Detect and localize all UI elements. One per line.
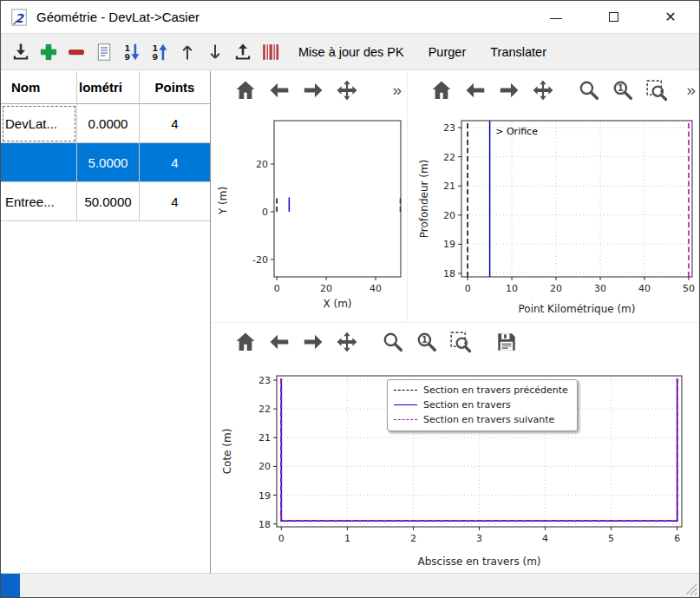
home-icon <box>430 79 453 102</box>
plan-home-button[interactable] <box>231 76 260 105</box>
profile-back-button[interactable] <box>461 76 490 105</box>
action-mise-a-jour-pk[interactable]: Mise à jour des PK <box>289 40 414 64</box>
top-charts: » 02040-20020 Y (m) X (m) 1» 01020304050… <box>212 71 699 322</box>
toolbar-remove-button[interactable] <box>63 39 89 65</box>
pan-icon <box>336 79 358 102</box>
profile-zoom-rect-button[interactable] <box>642 76 671 105</box>
maximize-icon <box>609 12 618 22</box>
table-cell-points[interactable]: 4 <box>140 143 210 182</box>
svg-text:9: 9 <box>125 52 131 62</box>
maximize-button[interactable] <box>585 1 642 33</box>
profile-chart-wrap: 01020304050181920212223> Orifice Profond… <box>408 109 700 322</box>
y-tick-label: 20 <box>256 159 268 170</box>
plot-annotation: > Orifice <box>495 126 538 137</box>
sort-asc-icon: 19 <box>149 42 170 62</box>
y-tick-label: 21 <box>258 432 271 444</box>
main-toolbar: 1919Mise à jour des PKPurgerTranslater <box>1 33 699 70</box>
remove-icon <box>66 42 87 62</box>
profile-ylabel: Profondeur (m) <box>418 160 430 239</box>
plot-frame <box>461 121 692 277</box>
profile-forward-button[interactable] <box>494 76 524 105</box>
profile-plot-canvas[interactable]: 01020304050181920212223> Orifice <box>408 109 700 322</box>
table-cell-pk[interactable]: 50.0000 <box>77 182 140 221</box>
sort-desc-icon: 19 <box>121 42 142 62</box>
app-icon: 2 <box>10 8 29 27</box>
section-save-button[interactable] <box>492 327 521 357</box>
plan-forward-button[interactable] <box>298 76 328 105</box>
forward-icon <box>498 79 520 102</box>
y-tick-label: 0 <box>262 207 268 218</box>
table-cell-points[interactable]: 4 <box>140 182 210 221</box>
plan-toolbar-overflow-button[interactable]: » <box>392 81 402 100</box>
svg-text:2: 2 <box>15 10 24 24</box>
section-zoom-button[interactable] <box>378 327 408 357</box>
x-tick-label: 40 <box>370 283 382 294</box>
profile-toolbar-overflow-button[interactable]: » <box>686 81 696 100</box>
y-tick-label: 20 <box>443 210 455 221</box>
plan-plot-group: 02040-20020 <box>252 121 401 294</box>
x-tick-label: 1 <box>344 533 350 544</box>
column-header-pk[interactable]: lométri <box>77 71 140 104</box>
legend-entry: Section en travers précédente <box>394 384 568 396</box>
plan-plot-canvas[interactable]: 02040-20020 <box>212 109 407 322</box>
toolbar-sort-asc-button[interactable]: 19 <box>147 39 173 65</box>
window-controls: — ✕ <box>527 1 699 33</box>
x-tick-label: 3 <box>476 533 482 544</box>
profile-zoom-button[interactable] <box>574 76 604 105</box>
y-tick-label: 18 <box>443 268 455 279</box>
section-home-button[interactable] <box>231 327 260 357</box>
plan-xlabel: X (m) <box>274 298 401 310</box>
legend-line-sample <box>394 390 417 391</box>
svg-text:1: 1 <box>422 335 428 345</box>
profile-zoom-1-button[interactable]: 1 <box>608 76 638 105</box>
back-icon <box>464 79 487 102</box>
titlebar[interactable]: 2 Géométrie - DevLat->Casier — ✕ <box>1 1 699 33</box>
plan-back-button[interactable] <box>265 76 294 105</box>
pan-icon <box>336 331 358 353</box>
section-back-button[interactable] <box>265 327 294 357</box>
toolbar-import-button[interactable] <box>8 39 34 65</box>
section-zoom-rect-button[interactable] <box>446 327 475 357</box>
add-icon <box>38 42 59 62</box>
x-tick-label: 5 <box>608 533 614 544</box>
section-plot-toolbar: 1 <box>212 323 699 361</box>
table-cell-nom[interactable] <box>1 143 77 182</box>
toolbar-edit-list-button[interactable] <box>91 39 117 65</box>
legend-line-sample <box>394 419 417 420</box>
toolbar-move-down-button[interactable] <box>202 39 228 65</box>
section-forward-button[interactable] <box>298 327 328 357</box>
close-button[interactable]: ✕ <box>642 1 699 33</box>
x-tick-label: 2 <box>410 533 416 544</box>
column-header-nom[interactable]: Nom <box>1 71 77 104</box>
x-tick-label: 0 <box>278 533 285 544</box>
toolbar-add-button[interactable] <box>36 39 62 65</box>
x-tick-label: 0 <box>465 283 471 294</box>
column-header-points[interactable]: Points <box>140 71 210 104</box>
x-tick-label: 10 <box>506 283 518 294</box>
table-cell-pk[interactable]: 5.0000 <box>77 143 140 182</box>
zoom-rect-icon <box>449 331 472 353</box>
toolbar-move-up-button[interactable] <box>174 39 200 65</box>
action-purger[interactable]: Purger <box>419 40 476 64</box>
plan-ylabel: Y (m) <box>217 187 229 214</box>
plan-pan-button[interactable] <box>332 76 362 105</box>
profile-xlabel: Point Kilométrique (m) <box>461 303 692 315</box>
minimize-button[interactable]: — <box>527 1 585 33</box>
toolbar-pk-stripes-button[interactable] <box>258 39 284 65</box>
section-zoom-1-button[interactable]: 1 <box>412 327 442 357</box>
svg-text:1: 1 <box>618 83 624 93</box>
profile-pan-button[interactable] <box>528 76 558 105</box>
table-cell-pk[interactable]: 0.0000 <box>77 104 140 143</box>
toolbar-export-button[interactable] <box>230 39 256 65</box>
table-cell-points[interactable]: 4 <box>140 104 210 143</box>
table-cell-nom[interactable]: DevLat... <box>1 104 77 143</box>
section-pan-button[interactable] <box>332 327 362 357</box>
plot-legend: Section en travers précédenteSection en … <box>387 379 578 431</box>
profile-chart-block: 1» 01020304050181920212223> Orifice Prof… <box>407 71 700 322</box>
resize-grip[interactable] <box>685 583 697 595</box>
table-cell-nom[interactable]: Entree... <box>1 182 77 221</box>
action-translater[interactable]: Translater <box>481 40 556 64</box>
legend-label: Section en travers suivante <box>423 414 554 425</box>
toolbar-sort-desc-button[interactable]: 19 <box>119 39 145 65</box>
profile-home-button[interactable] <box>427 76 456 105</box>
